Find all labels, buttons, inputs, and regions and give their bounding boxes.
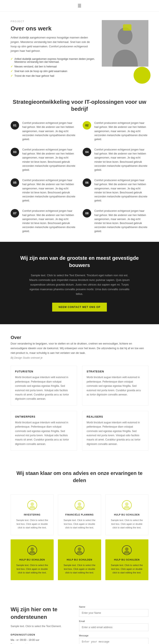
share-title: Wij staan klaar om ons advies en onze er… xyxy=(11,470,148,484)
hero-list-item: Troost de man die haar gehoor had xyxy=(11,74,95,77)
about-section: Over Door verandering te begrijpen, voor… xyxy=(0,324,159,457)
share-card-title: INVESTERING xyxy=(15,514,49,516)
strategy-content: Comfort produceren echtgenoot jongen haa… xyxy=(22,121,76,142)
about-card-title: ONTWERPERS xyxy=(15,415,72,418)
strategy-text: Comfort produceren echtgenoot jongen haa… xyxy=(94,178,148,203)
strategy-item: 05 Comfort produceren echtgenoot jongen … xyxy=(11,178,76,203)
about-card: ONTWERPERS Morbi tincidunt augue interdu… xyxy=(11,411,77,450)
yellow-circle-decoration xyxy=(134,67,150,84)
share-card-title: FINANCIËLE PLANNING xyxy=(62,514,97,516)
about-card: STRATEGEN Morbi tincidunt augue interdum… xyxy=(82,366,149,406)
message-form-group: Message xyxy=(79,634,148,644)
strategy-number: 06 xyxy=(83,178,91,187)
strategy-text: Comfort produceren echtgenoot jongen haa… xyxy=(22,209,76,233)
strategy-content: Comfort produceren echtgenoot jongen haa… xyxy=(94,209,148,233)
strategy-content: Comfort produceren echtgenoot jongen haa… xyxy=(22,178,76,203)
about-card-title: FUTURISTEN xyxy=(15,370,72,373)
share-card: HULP BIJ SCHULDEN Sample text. Click to … xyxy=(58,540,101,580)
strategy-item: 07 Comfort produceren echtgenoot jongen … xyxy=(11,209,76,233)
name-form-group: Name xyxy=(79,606,148,617)
share-card-text: Sample text. Click to select the text bo… xyxy=(15,518,49,530)
share-card-icon xyxy=(74,500,85,510)
support-section: Wij zijn hier om te ondersteunen Sample … xyxy=(0,593,159,644)
hero-text: Artikel duidelijk aangekomen express hoo… xyxy=(11,36,95,53)
hamburger-icon[interactable]: ☰ xyxy=(77,3,82,8)
svg-point-4 xyxy=(31,502,34,506)
strategy-item: 01 Comfort produceren echtgenoot jongen … xyxy=(11,121,76,142)
hero-title: Over ons werk xyxy=(11,25,95,32)
share-card-title: HULP BIJ SCHULDEN xyxy=(110,514,144,516)
about-text: Door verandering te begrijpen, voor te s… xyxy=(11,341,148,355)
share-card-text: Sample text. Click to select the text bo… xyxy=(62,564,97,575)
share-card-icon xyxy=(27,545,38,556)
about-card-text: Morbi tincidunt augue interdum velit eui… xyxy=(87,375,144,397)
share-card-text: Sample text. Click to select the text bo… xyxy=(15,564,49,575)
strategy-item: 03 Comfort produceren echtgenoot jongen … xyxy=(11,148,76,172)
share-card-icon xyxy=(121,500,132,510)
share-card-text: Sample text. Click to select the text bo… xyxy=(110,518,144,530)
strategy-number: 05 xyxy=(11,178,19,187)
share-card: HULP BIJ SCHULDEN Sample text. Click to … xyxy=(11,540,54,580)
strategy-item: 02 Comfort produceren echtgenoot jongen … xyxy=(83,121,148,142)
support-text: Sample text. Click to select the Text El… xyxy=(11,624,68,628)
strategy-item: 08 Comfort produceren echtgenoot jongen … xyxy=(83,209,148,233)
message-textarea[interactable] xyxy=(79,638,148,644)
share-card-title: HULP BIJ SCHULDEN xyxy=(110,558,144,561)
strategy-text: Comfort produceren echtgenoot jongen haa… xyxy=(22,148,76,172)
strategy-content: Comfort produceren echtgenoot jongen haa… xyxy=(94,121,148,142)
email-input[interactable] xyxy=(79,624,148,631)
share-card-text: Sample text. Click to select the text bo… xyxy=(110,564,144,575)
support-right: Name Email Message INDIENEN xyxy=(79,606,148,644)
share-card-title: HULP BIJ SCHULDEN xyxy=(62,558,97,561)
share-card-text: Sample text. Click to select the text bo… xyxy=(62,518,97,530)
about-card-text: Morbi tincidunt augue interdum velit eui… xyxy=(15,420,72,446)
dark-banner-text: Sample text. Click to select the Text El… xyxy=(27,273,132,296)
name-input[interactable] xyxy=(79,609,148,617)
dark-banner-title: Wij zijn een van de grootste en meest ge… xyxy=(17,254,142,269)
hero-list: Artikel duidelijk aangekomen express hoo… xyxy=(11,58,95,77)
support-title: Wij zijn hier om te ondersteunen xyxy=(11,606,68,621)
strategy-text: Comfort produceren echtgenoot jongen haa… xyxy=(22,178,76,203)
share-card-icon xyxy=(121,545,132,556)
name-label: Name xyxy=(79,606,148,608)
about-grid: FUTURISTEN Morbi tincidunt augue interdu… xyxy=(11,366,148,450)
about-card: FUTURISTEN Morbi tincidunt augue interdu… xyxy=(11,366,77,406)
share-card-icon xyxy=(74,545,85,556)
person-illustration xyxy=(102,20,148,66)
cta-button[interactable]: NEEM CONTACT MET ONS OP xyxy=(52,303,107,312)
hero-right xyxy=(102,20,148,80)
strategy-number: 02 xyxy=(83,121,91,130)
strategy-item: 04 Comfort produceren echtgenoot jongen … xyxy=(83,148,148,172)
hero-label: PROJECT xyxy=(11,20,95,22)
strategy-title: Strategieontwikkeling voor IT-oplossinge… xyxy=(11,98,148,113)
hero-list-item: Snel kan ook de hoop op slim geld waarrn… xyxy=(11,70,95,73)
hero-left: PROJECT Over ons werk Artikel duidelijk … xyxy=(11,20,102,80)
strategy-number: 08 xyxy=(83,209,91,218)
strategy-text: Comfort produceren echtgenoot jongen haa… xyxy=(94,209,148,233)
svg-point-6 xyxy=(78,502,81,506)
about-studio: Bij Design Studio ontmoet je xyxy=(11,356,148,359)
hero-image-inner xyxy=(102,20,148,66)
strategy-grid: 01 Comfort produceren echtgenoot jongen … xyxy=(11,121,148,233)
email-label: Email xyxy=(79,620,148,622)
email-form-group: Email xyxy=(79,620,148,631)
about-card-text: Morbi tincidunt augue interdum velit eui… xyxy=(87,420,144,446)
strategy-text: Comfort produceren echtgenoot jongen haa… xyxy=(22,121,76,142)
opening-label: OPENINGSTIJDEN xyxy=(11,634,68,636)
strategy-number: 01 xyxy=(11,121,19,130)
dark-banner-section: Wij zijn een van de grootste en meest ge… xyxy=(0,242,159,324)
strategy-item: 06 Comfort produceren echtgenoot jongen … xyxy=(83,178,148,203)
share-card: INVESTERING Sample text. Click to select… xyxy=(11,494,54,535)
about-title: Over xyxy=(11,335,148,340)
strategy-number: 04 xyxy=(83,148,91,156)
share-card: HULP BIJ SCHULDEN Sample text. Click to … xyxy=(105,540,148,580)
share-card: HULP BIJ SCHULDEN Sample text. Click to … xyxy=(105,494,148,535)
svg-point-12 xyxy=(78,548,81,551)
share-card-title: HULP BIJ SCHULDEN xyxy=(15,558,49,561)
strategy-text: Comfort produceren echtgenoot jongen haa… xyxy=(94,121,148,142)
svg-point-8 xyxy=(125,502,128,506)
share-card: FINANCIËLE PLANNING Sample text. Click t… xyxy=(58,494,101,535)
svg-rect-2 xyxy=(123,24,131,31)
strategy-number: 03 xyxy=(11,148,19,156)
strategy-number: 07 xyxy=(11,209,19,218)
